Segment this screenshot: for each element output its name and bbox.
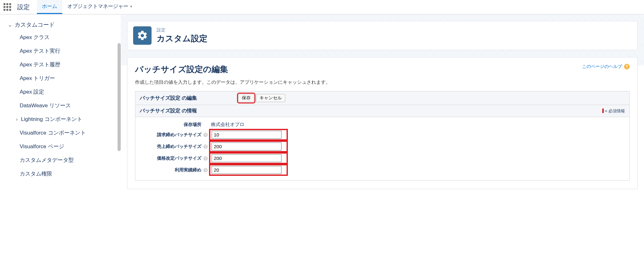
- field-label: 価格改定バッチサイズ: [140, 156, 203, 161]
- page-description: 作成した項目の値を入力します。このデータは、アプリケーションにキャッシュされます…: [135, 79, 630, 85]
- location-value: 株式会社オプロ: [210, 122, 244, 128]
- topbar: 設定 ホーム オブジェクトマネージャー ▾: [0, 0, 644, 15]
- scrollbar[interactable]: [118, 43, 121, 151]
- topbar-tabs: ホーム オブジェクトマネージャー ▾: [37, 0, 137, 14]
- highlight-box: [210, 142, 287, 151]
- highlight-box: [210, 165, 287, 175]
- sidebar-item-lightning-components[interactable]: › Lightning コンポーネント: [5, 112, 121, 126]
- app-title: 設定: [15, 0, 37, 14]
- chevron-right-icon: ›: [15, 116, 19, 123]
- highlight-box: [210, 154, 287, 163]
- gear-icon: [133, 26, 152, 45]
- field-label: 売上締めバッチサイズ: [140, 144, 203, 149]
- sidebar-item-visualforce-components[interactable]: Visualforce コンポーネント: [5, 126, 121, 140]
- info-header: バッチサイズ設定 の情報 = 必須情報: [135, 105, 629, 117]
- location-label: 保存場所: [140, 122, 203, 128]
- page-subtitle: バッチサイズ設定の編集: [135, 64, 630, 75]
- chevron-down-icon: ⌄: [8, 21, 12, 28]
- breadcrumb: 設定: [157, 27, 207, 33]
- sidebar-item-apex-settings[interactable]: Apex 設定: [5, 85, 121, 99]
- sidebar-item-apex-test-exec[interactable]: Apex テスト実行: [5, 44, 121, 58]
- sidebar-item-visualforce-pages[interactable]: Visualforce ページ: [5, 140, 121, 153]
- app-launcher-icon[interactable]: [0, 0, 15, 14]
- content-card: このページのヘルプ ? バッチサイズ設定の編集 作成した項目の値を入力します。こ…: [127, 57, 638, 189]
- main-content: 設定 カスタム設定 このページのヘルプ ? バッチサイズ設定の編集 作成した項目…: [121, 15, 644, 195]
- save-button[interactable]: 保存: [238, 94, 254, 102]
- help-icon[interactable]: ?: [203, 144, 208, 149]
- sidebar-item-apex-triggers[interactable]: Apex トリガー: [5, 71, 121, 85]
- sidebar-item-custom-metadata[interactable]: カスタムメタデータ型: [5, 153, 121, 167]
- sidebar-item-apex-classes[interactable]: Apex クラス: [5, 30, 121, 44]
- help-link-label: このページのヘルプ: [582, 64, 622, 70]
- help-icon[interactable]: ?: [203, 156, 208, 161]
- required-note: = 必須情報: [602, 108, 625, 114]
- help-link[interactable]: このページのヘルプ ?: [582, 64, 630, 70]
- sales-batch-size-input[interactable]: [212, 142, 281, 150]
- question-icon: ?: [624, 64, 630, 70]
- form: 保存場所 株式会社オプロ 請求締めバッチサイズ ? 売上締めバッチサイズ ?: [135, 117, 629, 180]
- sidebar-item-custom-permissions[interactable]: カスタム権限: [5, 167, 121, 181]
- edit-header: バッチサイズ設定 の編集 保存 キャンセル: [135, 91, 629, 105]
- page-title: カスタム設定: [157, 33, 207, 44]
- field-label: 利用実績締め: [140, 167, 203, 173]
- tab-home[interactable]: ホーム: [37, 0, 62, 14]
- field-label: 請求締めバッチサイズ: [140, 132, 203, 138]
- sidebar-group-label: カスタムコード: [15, 21, 55, 29]
- cancel-button[interactable]: キャンセル: [256, 94, 285, 102]
- sidebar-item-dataweave[interactable]: DataWeave リソース: [5, 99, 121, 112]
- edit-panel: バッチサイズ設定 の編集 保存 キャンセル バッチサイズ設定 の情報 = 必須情…: [135, 91, 630, 181]
- billing-batch-size-input[interactable]: [212, 131, 281, 139]
- chevron-down-icon: ▾: [130, 4, 132, 9]
- highlight-box: [210, 130, 287, 139]
- help-icon[interactable]: ?: [203, 133, 208, 137]
- sidebar-group-custom-code[interactable]: ⌄ カスタムコード: [5, 19, 121, 30]
- tab-object-manager[interactable]: オブジェクトマネージャー ▾: [62, 0, 137, 14]
- usage-closing-input[interactable]: [212, 166, 281, 174]
- price-revision-batch-size-input[interactable]: [212, 154, 281, 162]
- section-info-title: バッチサイズ設定 の情報: [140, 108, 197, 114]
- sidebar-item-apex-test-history[interactable]: Apex テスト履歴: [5, 58, 121, 71]
- tab-label: ホーム: [42, 3, 57, 10]
- tab-label: オブジェクトマネージャー: [67, 3, 128, 10]
- page-header: 設定 カスタム設定: [127, 21, 638, 50]
- sidebar: ⌄ カスタムコード Apex クラス Apex テスト実行 Apex テスト履歴…: [0, 15, 121, 195]
- section-edit-title: バッチサイズ設定 の編集: [140, 95, 197, 102]
- help-icon[interactable]: ?: [203, 168, 208, 172]
